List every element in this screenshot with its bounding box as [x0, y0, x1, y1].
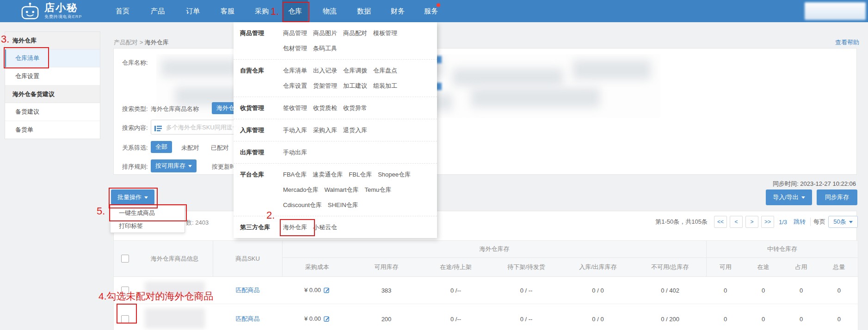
- chevron-down-icon: [144, 196, 148, 199]
- match-product-link[interactable]: 匹配商品: [236, 315, 260, 322]
- next-page-button[interactable]: >: [745, 216, 758, 228]
- chevron-down-icon: [801, 196, 805, 199]
- nav-item-service[interactable]: 客服: [215, 0, 240, 22]
- batch-operation-button[interactable]: 批量操作: [111, 189, 154, 205]
- warehouse-mega-menu: 商品管理 商品管理 商品图片 商品配对 模板管理 包材管理 条码工具 自营仓库 …: [234, 22, 437, 238]
- col-header-product-info: 海外仓库商品信息: [137, 241, 213, 277]
- menu-item[interactable]: 商品配对: [343, 29, 367, 37]
- sidebar-item-warehouse-list[interactable]: 仓库清单: [5, 49, 100, 67]
- page-indicator: 1/3: [779, 219, 787, 226]
- menu-item[interactable]: FBL仓库: [349, 171, 372, 179]
- import-export-button[interactable]: 导入/导出: [766, 189, 812, 205]
- menu-section-inbound: 入库管理 手动入库 采购入库 退货入库: [234, 119, 437, 141]
- robot-logo-icon: [20, 2, 40, 22]
- col-header-t-transit: 在途: [745, 258, 782, 277]
- prev-page-button[interactable]: <: [730, 216, 743, 228]
- sort-by-available-stock-dropdown[interactable]: 按可用库存: [151, 159, 197, 172]
- edit-icon[interactable]: [324, 287, 330, 294]
- menu-item[interactable]: 货架管理: [313, 82, 337, 90]
- menu-item[interactable]: 签收管理: [283, 104, 307, 112]
- menu-item[interactable]: 小秘云仓: [313, 223, 337, 232]
- menu-item[interactable]: 模板管理: [373, 29, 397, 37]
- menu-section-self-warehouse: 自营仓库 仓库清单 出入记录 仓库调拨 仓库盘点 仓库设置 货架管理 加工建议 …: [234, 60, 437, 97]
- menu-item[interactable]: 仓库清单: [283, 67, 307, 75]
- menu-item-print-label[interactable]: 打印标签: [111, 220, 185, 232]
- menu-item[interactable]: 商品管理: [283, 29, 307, 37]
- breadcrumb-parent[interactable]: 产品配对: [114, 39, 138, 46]
- menu-item[interactable]: 组装加工: [373, 82, 397, 90]
- relation-filter-label: 关系筛选:: [122, 144, 148, 152]
- nav-item-orders[interactable]: 订单: [180, 0, 206, 22]
- help-link[interactable]: 查看帮助: [835, 38, 859, 47]
- menu-item[interactable]: Shopee仓库: [378, 171, 411, 179]
- nav-item-warehouse[interactable]: 仓库: [282, 0, 308, 22]
- menu-item[interactable]: Cdiscount仓库: [283, 201, 322, 209]
- user-account-blurred[interactable]: [805, 2, 866, 20]
- row-checkbox-unmatched[interactable]: [121, 315, 129, 323]
- sidebar-item-restock-order[interactable]: 备货单: [5, 121, 100, 139]
- jump-to-page-button[interactable]: 跳转: [794, 218, 806, 226]
- redacted-blur: [573, 60, 651, 80]
- last-page-button[interactable]: >>: [761, 216, 774, 228]
- per-page-select[interactable]: 50条: [828, 216, 858, 228]
- menu-item[interactable]: 手动入库: [283, 126, 307, 134]
- breadcrumb: 产品配对 > 海外仓库: [114, 38, 169, 47]
- menu-item[interactable]: Temu仓库: [364, 186, 391, 194]
- sync-stock-button[interactable]: 同步库存: [817, 189, 857, 205]
- menu-item[interactable]: 加工建议: [343, 82, 367, 90]
- menu-item[interactable]: FBA仓库: [283, 171, 307, 179]
- app-logo[interactable]: 店小秘 免费跨境电商ERP: [20, 2, 82, 22]
- menu-item[interactable]: SHEIN仓库: [328, 201, 358, 209]
- relation-option-all-selected[interactable]: 全部: [151, 141, 172, 153]
- menu-item[interactable]: 速卖通仓库: [313, 171, 343, 179]
- sidebar-item-warehouse-settings[interactable]: 仓库设置: [5, 67, 100, 86]
- per-page-label: 每页: [813, 218, 825, 226]
- nav-item-products[interactable]: 产品: [145, 0, 171, 22]
- menu-item[interactable]: 退货入库: [343, 126, 367, 134]
- col-header-purchase-cost: 采购成本: [283, 258, 352, 277]
- menu-item[interactable]: 收货质检: [313, 104, 337, 112]
- search-type-option-name[interactable]: 海外仓库商品名称: [151, 105, 199, 113]
- menu-item[interactable]: 出入记录: [313, 67, 337, 75]
- chevron-down-icon: [849, 221, 853, 223]
- nav-item-services[interactable]: 服务: [418, 0, 444, 22]
- select-all-checkbox[interactable]: [121, 255, 129, 263]
- nav-item-purchase[interactable]: 采购: [249, 0, 275, 22]
- nav-item-finance[interactable]: 财务: [385, 0, 411, 22]
- edit-icon[interactable]: [324, 316, 330, 323]
- sidebar-header-restock: 海外仓备货建议: [5, 86, 100, 103]
- menu-item[interactable]: 商品图片: [313, 29, 337, 37]
- menu-item[interactable]: 手动出库: [283, 148, 307, 157]
- sidebar-item-restock-advice[interactable]: 备货建议: [5, 103, 100, 121]
- row-checkbox[interactable]: [121, 287, 129, 294]
- pagination-range-text: 第1-50条，共105条: [655, 218, 708, 226]
- menu-item-generate-product[interactable]: 一键生成商品: [111, 207, 185, 220]
- menu-item[interactable]: Walmart仓库: [325, 186, 359, 194]
- sort-rule-label: 排序规则:: [122, 163, 148, 171]
- total-count-text: 数: 2403: [186, 219, 209, 227]
- menu-item[interactable]: 条码工具: [313, 44, 337, 53]
- relation-option-matched[interactable]: 已配对: [211, 144, 229, 152]
- relation-option-unmatched[interactable]: 未配对: [181, 144, 199, 152]
- notification-dot: [437, 3, 440, 7]
- col-header-t-occupied: 占用: [782, 258, 820, 277]
- match-product-link[interactable]: 匹配商品: [236, 287, 260, 293]
- pagination: 第1-50条，共105条 << < > >> 1/3 跳转 每页 50条: [655, 216, 858, 228]
- filter-panel: 仓库名称: 搜索类型: 海外仓库商品名称 海外仓库SKU 搜索内容: 关系筛选:…: [113, 48, 857, 175]
- first-page-button[interactable]: <<: [714, 216, 727, 228]
- menu-item[interactable]: Mercado仓库: [283, 186, 319, 194]
- menu-item[interactable]: 仓库设置: [283, 82, 307, 90]
- nav-item-data[interactable]: 数据: [351, 0, 377, 22]
- inventory-table: 海外仓库商品信息 商品SKU 海外仓库存 中转仓库存 采购成本 可用库存 在途/…: [113, 240, 858, 330]
- menu-item[interactable]: 收货异常: [343, 104, 367, 112]
- menu-item[interactable]: 仓库盘点: [373, 67, 397, 75]
- nav-item-home[interactable]: 首页: [110, 0, 135, 22]
- menu-item[interactable]: 仓库调拨: [343, 67, 367, 75]
- product-info-redacted: [145, 308, 205, 329]
- menu-item[interactable]: 采购入库: [313, 126, 337, 134]
- col-header-unavailable-total: 不可用/总库存: [634, 258, 707, 277]
- col-header-available: 可用库存: [352, 258, 421, 277]
- menu-item[interactable]: 包材管理: [283, 44, 307, 53]
- menu-item-overseas-warehouse[interactable]: 海外仓库: [283, 223, 307, 232]
- nav-item-logistics[interactable]: 物流: [317, 0, 343, 22]
